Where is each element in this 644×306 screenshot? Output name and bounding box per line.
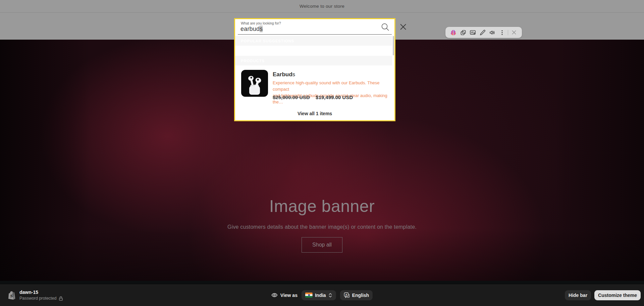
country-label: India — [315, 293, 326, 298]
translate-icon: A — [344, 292, 350, 298]
view-as-label: View as — [280, 293, 298, 298]
search-query-selection: s — [260, 26, 263, 32]
kebab-menu-icon[interactable] — [497, 27, 507, 38]
shop-all-button[interactable]: Shop all — [302, 237, 342, 253]
announcement-bar: Welcome to our store — [0, 0, 644, 13]
search-icon[interactable] — [381, 23, 390, 33]
updown-chevron-icon — [328, 293, 332, 298]
product-description: Experience high-quality sound with our E… — [273, 80, 393, 105]
suggestions-heading-label: POPULAR SUGGESTIONS — [241, 39, 294, 43]
customize-theme-label: Customize theme — [598, 293, 637, 298]
shopify-preview-bar: S dawn-15 Password protected — [0, 284, 644, 306]
search-input-divider — [238, 34, 392, 35]
close-icon — [399, 23, 407, 31]
banner-content: Image banner Give customers details abou… — [0, 196, 644, 253]
toolbar-separator — [508, 30, 508, 35]
product-title-rest: s — [292, 71, 296, 78]
suggestions-heading: POPULAR SUGGESTIONS — [235, 36, 392, 46]
product-title-match: Earbud — [273, 71, 292, 78]
copy-icon[interactable] — [458, 27, 468, 38]
section-divider — [0, 281, 644, 284]
speaker-icon[interactable] — [487, 27, 497, 38]
product-price-original: $25,000.00 USD — [273, 94, 310, 100]
search-input-label: What are you looking for? — [241, 21, 281, 25]
language-label: English — [352, 293, 369, 298]
search-close-button[interactable] — [398, 22, 408, 32]
preview-bar-left: S dawn-15 Password protected — [8, 290, 63, 301]
banner-subheading: Give customers details about the banner … — [0, 224, 644, 230]
svg-text:A: A — [345, 293, 347, 296]
banner-heading: Image banner — [0, 196, 644, 216]
eye-icon — [271, 292, 278, 298]
product-price-sale: $19,499.00 USD — [316, 94, 353, 100]
product-prices: $25,000.00 USD $19,499.00 USD — [273, 94, 353, 100]
language-selector[interactable]: A English — [340, 290, 373, 300]
shopify-logo-icon: S — [8, 291, 16, 300]
extension-toolbar — [445, 27, 522, 38]
customize-theme-button[interactable]: Customize theme — [594, 290, 641, 300]
hide-bar-label: Hide bar — [569, 293, 587, 298]
product-thumbnail[interactable] — [241, 70, 268, 97]
storefront-preview-screen: Welcome to our store Image banner Give c… — [0, 0, 644, 306]
store-name: dawn-15 — [19, 290, 63, 295]
products-heading: PRODUCTS — [235, 56, 392, 65]
preview-bar-right: Hide bar Customize theme — [565, 290, 641, 300]
store-status: Password protected — [19, 296, 63, 301]
hide-bar-button[interactable]: Hide bar — [565, 290, 591, 300]
search-query-text: earbud — [240, 26, 260, 32]
predictive-search-modal: What are you looking for? earbuds POPULA… — [234, 18, 395, 121]
lock-icon — [58, 296, 63, 301]
ai-brain-icon[interactable] — [448, 27, 458, 38]
modal-scrollbar-thumb[interactable] — [393, 36, 394, 55]
note-add-icon[interactable] — [468, 27, 478, 38]
search-input[interactable]: earbuds — [240, 26, 263, 33]
svg-text:S: S — [10, 294, 13, 298]
announcement-text: Welcome to our store — [300, 4, 344, 9]
toolbar-close-icon[interactable] — [509, 27, 519, 38]
pencil-icon[interactable] — [478, 27, 487, 38]
view-as-button[interactable]: View as — [271, 292, 298, 298]
country-selector[interactable]: India — [302, 290, 336, 300]
preview-bar-center: View as India A English — [271, 290, 373, 300]
product-description-line1: Experience high-quality sound with our E… — [273, 80, 393, 92]
view-all-link[interactable]: View all 1 items — [235, 111, 394, 116]
store-info: dawn-15 Password protected — [19, 290, 63, 301]
store-status-text: Password protected — [19, 296, 56, 301]
product-title[interactable]: Earbuds — [273, 71, 295, 78]
products-heading-label: PRODUCTS — [241, 59, 265, 63]
india-flag-icon — [305, 293, 313, 298]
